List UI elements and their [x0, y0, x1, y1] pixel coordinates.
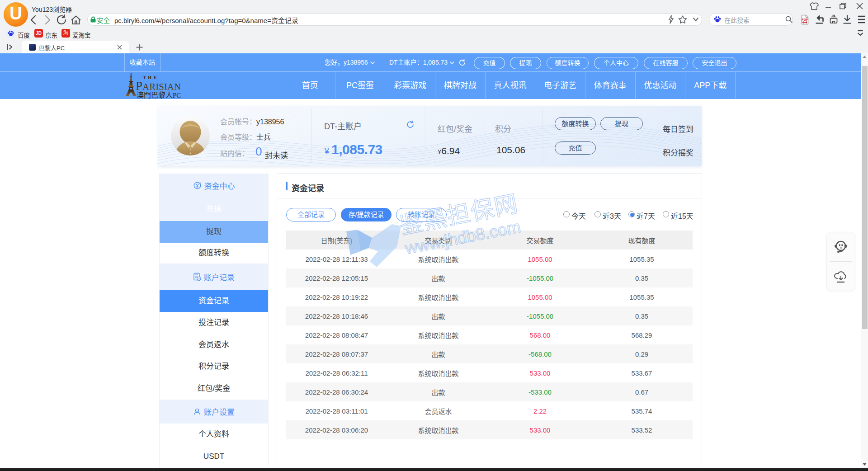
svg-text:THE: THE [143, 75, 159, 80]
svg-text:PDF: PDF [802, 18, 808, 21]
